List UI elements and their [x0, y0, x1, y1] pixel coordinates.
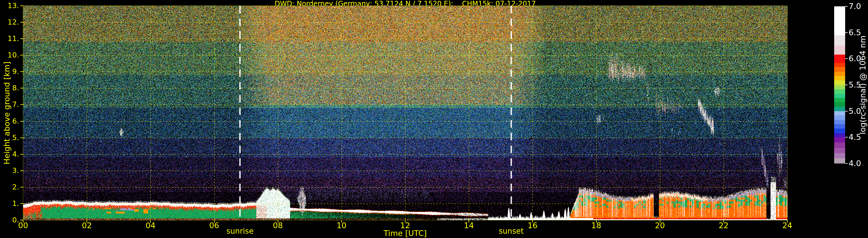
- x-tick-label: 22: [711, 221, 737, 230]
- figure: DWD: Norderney (Germany; 53.7124 N / 7.1…: [0, 0, 868, 238]
- x-tick-label: 02: [74, 221, 100, 230]
- x-tick-label: 10: [329, 221, 354, 230]
- colorbar-title: log(rc-signal) @ 1064 nm: [858, 3, 867, 167]
- x-tick-label: 24: [774, 221, 800, 230]
- y-tick: [20, 121, 23, 122]
- y-tick: [20, 170, 23, 171]
- x-tick-label: 04: [137, 221, 163, 230]
- y-tick: [20, 88, 23, 89]
- colorbar: [834, 6, 845, 164]
- y-tick: [20, 154, 23, 155]
- colorbar-tick: [845, 111, 848, 111]
- y-tick: [20, 5, 23, 6]
- y-tick: [20, 187, 23, 188]
- sunrise-label: sunrise: [208, 227, 272, 235]
- x-tick-label: 00: [10, 221, 36, 230]
- colorbar-tick: [845, 58, 848, 59]
- y-tick: [20, 104, 23, 105]
- heatmap-canvas: [23, 6, 787, 220]
- y-tick-label: 13.: [0, 1, 19, 10]
- y-tick: [20, 137, 23, 138]
- y-tick: [20, 55, 23, 56]
- x-tick-label: 18: [583, 221, 610, 230]
- sunset-label: sunset: [479, 227, 543, 235]
- x-tick-label: 20: [647, 221, 673, 230]
- colorbar-tick: [845, 32, 848, 33]
- x-tick-label: 14: [456, 221, 482, 230]
- plot-area: [23, 5, 787, 220]
- y-tick: [20, 22, 23, 23]
- x-axis-title: Time [UTC]: [375, 229, 436, 238]
- y-axis-title: Height above ground [km]: [2, 23, 12, 202]
- y-tick: [20, 38, 23, 39]
- colorbar-tick: [845, 84, 848, 85]
- colorbar-tick: [845, 163, 848, 164]
- colorbar-tick: [845, 6, 848, 7]
- y-tick: [20, 203, 23, 204]
- y-tick: [20, 71, 23, 72]
- colorbar-tick: [845, 137, 848, 137]
